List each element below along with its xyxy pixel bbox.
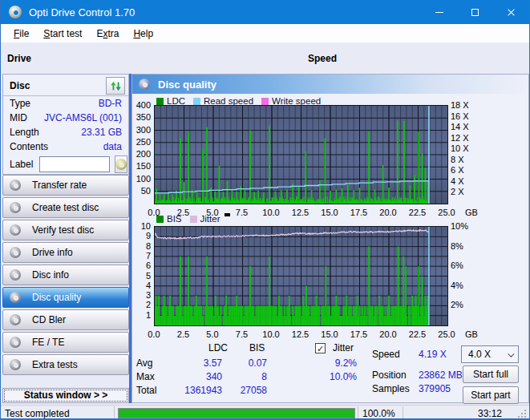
disc-info-row: Type BD-R bbox=[3, 96, 128, 111]
axis-tick-label: 300 bbox=[132, 125, 151, 135]
axis-tick-label: 20.0 bbox=[375, 208, 401, 217]
menu-start-test[interactable]: Start test bbox=[37, 26, 88, 42]
sidebar-item-transfer-rate[interactable]: Transfer rate bbox=[2, 175, 129, 196]
axis-tick-label: 2 X bbox=[451, 187, 464, 196]
sidebar-item-label: Drive info bbox=[32, 247, 73, 258]
axis-tick-label: 7.5 bbox=[229, 208, 255, 217]
avg-row-label: Avg bbox=[136, 357, 152, 369]
axis-tick-label: 6 bbox=[132, 260, 151, 270]
disc-label-button[interactable] bbox=[115, 155, 127, 173]
disc-row-label: Type bbox=[10, 97, 30, 110]
sidebar-item-extra-tests[interactable]: Extra tests bbox=[2, 354, 129, 375]
axis-tick-label: 16 X bbox=[451, 111, 469, 121]
axis-tick-label: 17.5 bbox=[346, 329, 372, 339]
disc-quality-icon bbox=[139, 79, 150, 90]
axis-tick-label: 10.0 bbox=[258, 208, 284, 217]
panel-title-bar: Disc quality bbox=[132, 75, 528, 94]
axis-tick-label: 15.0 bbox=[317, 208, 342, 217]
axis-tick-label: GB bbox=[465, 329, 478, 339]
panel-title: Disc quality bbox=[158, 79, 216, 91]
disc-quality-panel: Disc quality LDC Read speed Write speed … bbox=[131, 74, 529, 403]
sidebar-item-fe-te[interactable]: FE / TE bbox=[2, 332, 129, 353]
sidebar-item-disc-quality[interactable]: Disc quality bbox=[2, 287, 129, 308]
axis-tick-label: 10 bbox=[132, 221, 151, 231]
axis-tick-label: 22.5 bbox=[405, 208, 431, 217]
resize-grip[interactable] bbox=[517, 409, 527, 418]
sidebar-item-cd-bler[interactable]: CD Bler bbox=[2, 309, 129, 330]
disc-label-input[interactable] bbox=[39, 156, 110, 172]
total-bis-value: 27058 bbox=[241, 385, 267, 396]
disc-icon bbox=[10, 359, 21, 370]
axis-tick-label: 150 bbox=[132, 161, 151, 171]
axis-tick-label: 2.5 bbox=[171, 329, 196, 339]
disc-row-label: Length bbox=[10, 126, 39, 139]
axis-tick-label: 14 X bbox=[451, 122, 469, 131]
axis-tick-label: GB bbox=[465, 208, 478, 217]
bis-jitter-chart-plot bbox=[154, 226, 448, 326]
position-stat-label: Position bbox=[372, 370, 407, 381]
title-bar: Opti Drive Control 1.70 bbox=[1, 0, 529, 24]
axis-tick-label: 7 bbox=[132, 251, 151, 260]
sidebar-item-label: Create test disc bbox=[32, 202, 99, 213]
sidebar-item-label: FE / TE bbox=[32, 337, 64, 348]
axis-tick-label: 100 bbox=[132, 174, 151, 184]
total-row-label: Total bbox=[136, 385, 156, 396]
axis-tick-label: 12 X bbox=[451, 133, 469, 143]
menu-file[interactable]: File bbox=[7, 26, 35, 42]
axis-tick-label: 6 X bbox=[451, 165, 464, 175]
axis-tick-label: 6% bbox=[451, 260, 463, 270]
legend-swatch bbox=[156, 216, 164, 223]
toolbar: Drive (H:) ATAPI iHBS112 2 CL0K Speed 4.… bbox=[1, 42, 529, 73]
max-jitter-value: 10.0% bbox=[330, 371, 357, 382]
refresh-icon bbox=[110, 80, 122, 92]
sidebar-item-label: Disc quality bbox=[32, 292, 81, 303]
test-speed-select[interactable]: 4.0 X bbox=[461, 345, 519, 363]
chevron-down-icon bbox=[508, 350, 514, 357]
menu-extra[interactable]: Extra bbox=[90, 26, 125, 42]
sidebar-item-drive-info[interactable]: Drive info bbox=[2, 242, 129, 263]
legend-label: BIS bbox=[167, 214, 182, 224]
app-icon bbox=[9, 6, 22, 18]
sidebar-item-label: Verify test disc bbox=[32, 224, 94, 236]
sidebar-item-create-test-disc[interactable]: Create test disc bbox=[2, 197, 129, 218]
axis-tick-label: 2% bbox=[451, 300, 463, 309]
axis-tick-label: 5 bbox=[132, 271, 151, 281]
disc-info-row: MID JVC-AMS6L (001) bbox=[3, 111, 128, 125]
axis-tick-label: 8% bbox=[451, 241, 463, 251]
axis-tick-label: 20.0 bbox=[375, 329, 401, 339]
start-part-button[interactable]: Start part bbox=[463, 386, 519, 404]
disc-info-row: Length 23.31 GB bbox=[3, 125, 128, 139]
status-window-button[interactable]: Status window > > bbox=[2, 388, 129, 403]
disc-refresh-button[interactable] bbox=[106, 77, 125, 95]
axis-tick-label: 10% bbox=[451, 221, 468, 231]
maximize-button[interactable] bbox=[457, 0, 493, 24]
start-full-button[interactable]: Start full bbox=[463, 365, 519, 383]
disc-row-label: Contents bbox=[10, 140, 48, 153]
app-window: Opti Drive Control 1.70 File Start test … bbox=[0, 0, 530, 420]
close-icon bbox=[507, 8, 516, 17]
ldc-column-header: LDC bbox=[208, 342, 228, 353]
sidebar-item-disc-info[interactable]: Disc info bbox=[2, 265, 129, 285]
axis-tick-label: 200 bbox=[132, 149, 151, 159]
maximize-icon bbox=[471, 9, 479, 16]
speed-stat-value: 4.19 X bbox=[419, 349, 447, 360]
axis-tick-label: 10 X bbox=[451, 143, 469, 153]
disc-panel: Disc Type BD-RMID JVC-AMS6L (001)Length … bbox=[2, 74, 129, 175]
progress-bar bbox=[118, 408, 355, 418]
legend-label: Jitter bbox=[200, 214, 220, 224]
menu-help[interactable]: Help bbox=[127, 26, 160, 42]
axis-tick-label: 15.0 bbox=[317, 329, 342, 339]
axis-tick-label: 1 bbox=[132, 310, 151, 320]
disc-icon bbox=[10, 224, 21, 236]
disc-icon bbox=[115, 159, 127, 170]
jitter-checkbox[interactable]: ✓ bbox=[315, 343, 326, 353]
disc-icon bbox=[10, 314, 21, 325]
minimize-button[interactable] bbox=[421, 0, 457, 24]
axis-tick-label: 2 bbox=[132, 300, 151, 309]
progress-percent: 100.0% bbox=[362, 408, 395, 419]
sidebar-item-label: Disc info bbox=[32, 269, 69, 281]
close-button[interactable] bbox=[493, 0, 529, 24]
disc-icon bbox=[10, 180, 21, 191]
samples-stat-value: 379905 bbox=[419, 383, 451, 394]
sidebar-item-verify-test-disc[interactable]: Verify test disc bbox=[2, 220, 129, 240]
